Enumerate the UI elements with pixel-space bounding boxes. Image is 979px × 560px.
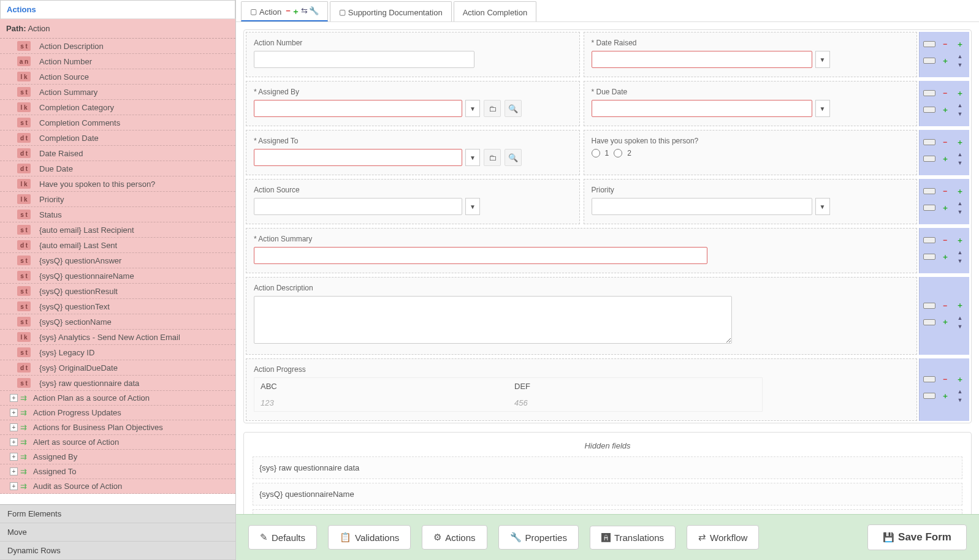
field-item[interactable]: l kAction Source bbox=[0, 69, 235, 85]
rect-icon[interactable] bbox=[923, 90, 935, 96]
remove-icon[interactable]: − bbox=[940, 138, 951, 146]
down-icon[interactable] bbox=[954, 110, 966, 118]
folder-icon[interactable]: 🗀 bbox=[484, 149, 501, 166]
rect-icon[interactable] bbox=[923, 156, 935, 162]
add-icon[interactable]: ＋ bbox=[954, 89, 966, 97]
section-action-source[interactable]: Action Source ▼ bbox=[246, 179, 580, 224]
dropdown-icon[interactable]: ▼ bbox=[465, 198, 480, 215]
dropdown-icon[interactable]: ▼ bbox=[815, 100, 830, 117]
expand-icon[interactable]: + bbox=[10, 423, 18, 431]
link-item[interactable]: +⇉Actions for Business Plan Objectives bbox=[0, 420, 235, 435]
hidden-item[interactable]: {sysQ} sectionName bbox=[253, 509, 962, 514]
field-item[interactable]: s t{sysQ} questionAnswer bbox=[0, 253, 235, 268]
add-icon[interactable]: ＋ bbox=[940, 203, 951, 212]
remove-icon[interactable]: − bbox=[940, 375, 951, 384]
down-icon[interactable] bbox=[954, 61, 966, 69]
field-item[interactable]: s tAction Summary bbox=[0, 85, 235, 100]
field-item[interactable]: s tStatus bbox=[0, 207, 235, 222]
rect-icon[interactable] bbox=[923, 393, 935, 399]
section-assigned-to[interactable]: * Assigned To ▼ 🗀 🔍 bbox=[246, 130, 580, 175]
section-action-description[interactable]: Action Description bbox=[246, 277, 917, 355]
field-item[interactable]: s t{auto email} Last Recipient bbox=[0, 222, 235, 238]
remove-icon[interactable]: − bbox=[940, 89, 951, 97]
field-item[interactable]: s t{sysQ} sectionName bbox=[0, 314, 235, 330]
down-icon[interactable] bbox=[954, 322, 966, 331]
rect-icon[interactable] bbox=[923, 58, 935, 64]
validations-button[interactable]: 📋Validations bbox=[328, 525, 411, 550]
dropdown-icon[interactable]: ▼ bbox=[465, 100, 480, 117]
down-icon[interactable] bbox=[954, 159, 966, 167]
tab-action[interactable]: ▢ Action − ＋ ⇆ 🔧 bbox=[241, 1, 328, 21]
field-item[interactable]: d t{sys} OriginalDueDate bbox=[0, 360, 235, 376]
up-icon[interactable] bbox=[954, 199, 966, 208]
rect-icon[interactable] bbox=[923, 41, 935, 47]
field-item[interactable]: d tDate Raised bbox=[0, 146, 235, 161]
field-item[interactable]: l kPriority bbox=[0, 192, 235, 207]
rect-icon[interactable] bbox=[923, 188, 935, 194]
input-action-number[interactable] bbox=[254, 51, 474, 68]
down-icon[interactable] bbox=[954, 257, 966, 265]
actions-button[interactable]: ⚙Actions bbox=[422, 525, 487, 550]
input-date-raised[interactable] bbox=[592, 51, 812, 68]
field-item[interactable]: d t{auto email} Last Sent bbox=[0, 238, 235, 253]
rect-icon[interactable] bbox=[923, 205, 935, 211]
rect-icon[interactable] bbox=[923, 237, 935, 243]
down-icon[interactable] bbox=[954, 396, 966, 404]
save-form-button[interactable]: 💾Save Form bbox=[867, 524, 967, 550]
link-item[interactable]: +⇉Audit as Source of Action bbox=[0, 479, 235, 494]
folder-icon[interactable]: 🗀 bbox=[484, 100, 501, 117]
expand-icon[interactable]: + bbox=[10, 394, 18, 402]
down-icon[interactable] bbox=[954, 208, 966, 216]
rect-icon[interactable] bbox=[923, 303, 935, 309]
section-due-date[interactable]: * Due Date ▼ bbox=[584, 81, 918, 126]
field-item[interactable]: l k{sys} Analytics - Send New Action Ema… bbox=[0, 330, 235, 345]
remove-icon[interactable]: − bbox=[940, 301, 951, 310]
link-item[interactable]: +⇉Action Plan as a source of Action bbox=[0, 391, 235, 406]
expand-icon[interactable]: + bbox=[10, 409, 18, 417]
add-icon[interactable]: ＋ bbox=[954, 138, 966, 146]
field-item[interactable]: s t{sys} raw questionnaire data bbox=[0, 376, 235, 391]
field-item[interactable]: s t{sysQ} questionResult bbox=[0, 284, 235, 299]
input-action-summary[interactable] bbox=[254, 247, 707, 264]
radio-spoken-1[interactable] bbox=[592, 149, 600, 157]
up-icon[interactable] bbox=[954, 248, 966, 257]
add-icon[interactable]: ＋ bbox=[940, 252, 951, 261]
sidebar-bottom-dynamic-rows[interactable]: Dynamic Rows bbox=[0, 542, 235, 560]
input-action-source[interactable] bbox=[254, 198, 462, 215]
expand-icon[interactable]: + bbox=[10, 438, 18, 446]
field-item[interactable]: s t{sysQ} questionText bbox=[0, 299, 235, 314]
section-action-summary[interactable]: * Action Summary bbox=[246, 228, 917, 273]
add-icon[interactable]: ＋ bbox=[954, 375, 966, 384]
properties-button[interactable]: 🔧Properties bbox=[498, 525, 579, 550]
search-icon[interactable]: 🔍 bbox=[505, 100, 522, 117]
textarea-action-description[interactable] bbox=[254, 296, 732, 344]
dropdown-icon[interactable]: ▼ bbox=[815, 198, 830, 215]
section-assigned-by[interactable]: * Assigned By ▼ 🗀 🔍 bbox=[246, 81, 580, 126]
rect-icon[interactable] bbox=[923, 254, 935, 260]
field-item[interactable]: d tDue Date bbox=[0, 161, 235, 176]
link-item[interactable]: +⇉Action Progress Updates bbox=[0, 406, 235, 420]
input-assigned-to[interactable] bbox=[254, 149, 462, 166]
remove-icon[interactable]: − bbox=[940, 40, 951, 48]
field-item[interactable]: l kCompletion Category bbox=[0, 100, 235, 115]
add-icon[interactable]: ＋ bbox=[954, 40, 966, 48]
add-icon[interactable]: ＋ bbox=[940, 392, 951, 400]
field-item[interactable]: s tCompletion Comments bbox=[0, 115, 235, 131]
field-item[interactable]: s t{sysQ} questionnaireName bbox=[0, 268, 235, 284]
rect-icon[interactable] bbox=[923, 139, 935, 145]
sidebar-bottom-form-elements[interactable]: Form Elements bbox=[0, 505, 235, 523]
link-item[interactable]: +⇉Assigned By bbox=[0, 450, 235, 464]
section-priority[interactable]: Priority ▼ bbox=[584, 179, 918, 224]
input-priority[interactable] bbox=[592, 198, 812, 215]
add-icon[interactable]: ＋ bbox=[954, 236, 966, 244]
workflow-button[interactable]: ⇄Workflow bbox=[687, 525, 759, 550]
add-icon[interactable]: ＋ bbox=[940, 56, 951, 65]
tab-action-completion[interactable]: Action Completion bbox=[454, 1, 537, 21]
add-icon[interactable]: ＋ bbox=[940, 105, 951, 114]
hidden-item[interactable]: {sys} raw questionnaire data bbox=[253, 456, 962, 479]
up-icon[interactable] bbox=[954, 387, 966, 396]
add-icon[interactable]: ＋ bbox=[954, 187, 966, 195]
field-item[interactable]: l kHave you spoken to this person? bbox=[0, 176, 235, 192]
sidebar-tab-actions[interactable]: Actions bbox=[0, 0, 235, 19]
expand-icon[interactable]: + bbox=[10, 453, 18, 461]
